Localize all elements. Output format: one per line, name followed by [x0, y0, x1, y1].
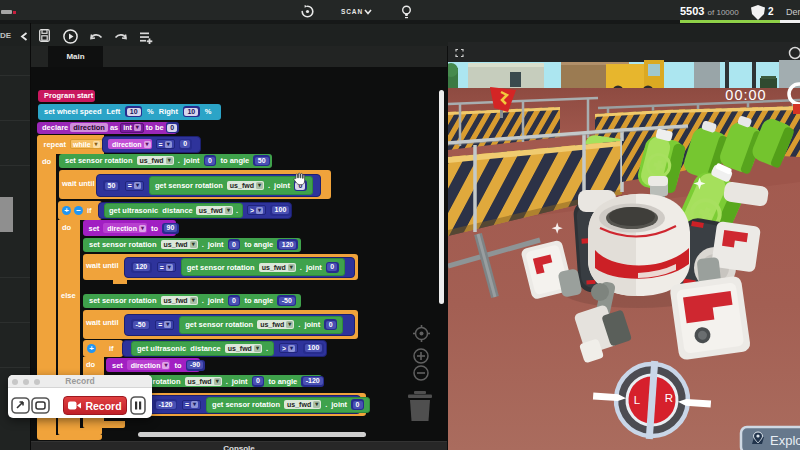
- svg-text:Explo: Explo: [770, 433, 800, 448]
- svg-text:R: R: [665, 392, 673, 404]
- svg-text:L: L: [634, 394, 641, 406]
- svg-text:00:00: 00:00: [725, 87, 766, 103]
